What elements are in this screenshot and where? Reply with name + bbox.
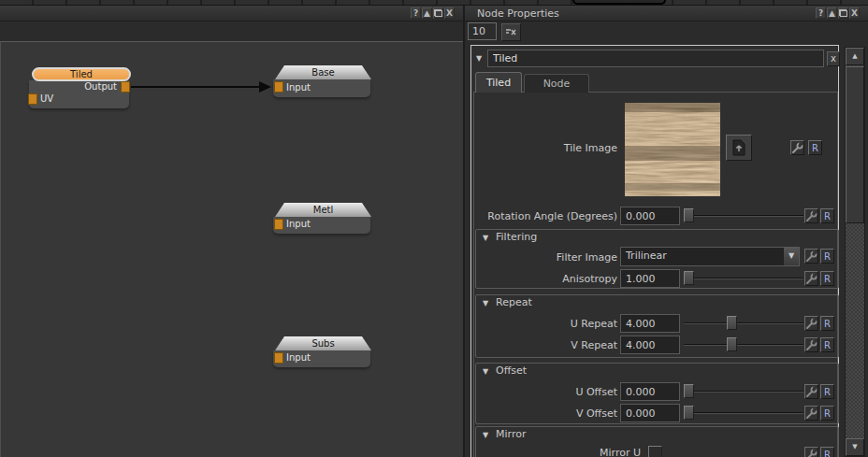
- node-base[interactable]: Input: [273, 79, 370, 97]
- collapse-arrow-icon[interactable]: ▼: [483, 367, 488, 376]
- mirror-section-title: Mirror: [496, 428, 526, 440]
- tile-image-label: Tile Image: [471, 142, 617, 154]
- u-offset-input[interactable]: [620, 382, 680, 401]
- close-icon[interactable]: X: [444, 7, 455, 19]
- filtering-section-title: Filtering: [496, 231, 537, 243]
- u-repeat-reset-button[interactable]: R: [820, 316, 834, 331]
- slider-groove: [684, 322, 803, 324]
- anisotropy-reset-button[interactable]: R: [820, 271, 834, 286]
- v-repeat-label: V Repeat: [471, 339, 617, 351]
- anisotropy-wrench-button[interactable]: [804, 271, 818, 286]
- node-graph-titlebar: ? ▲ X: [0, 6, 463, 21]
- collapse-arrow-icon[interactable]: ▼: [483, 234, 488, 242]
- dropdown-arrow-icon[interactable]: ▼: [783, 248, 799, 265]
- filter-image-dropdown[interactable]: Trilinear ▼: [620, 247, 800, 266]
- slider-groove: [684, 278, 803, 279]
- v-offset-wrench-button[interactable]: [804, 406, 818, 421]
- v-offset-slider[interactable]: [684, 405, 803, 421]
- scroll-down-icon[interactable]: ▼: [846, 438, 864, 456]
- anisotropy-slider[interactable]: [684, 270, 803, 286]
- u-offset-wrench-button[interactable]: [804, 384, 818, 399]
- u-repeat-input[interactable]: [620, 314, 680, 333]
- v-offset-label: V Offset: [471, 407, 617, 420]
- node-tiled[interactable]: Output UV: [29, 80, 129, 108]
- mirror-u-checkbox[interactable]: [648, 446, 662, 457]
- shade-icon[interactable]: ▲: [422, 7, 432, 19]
- clear-history-icon: [505, 27, 517, 37]
- float-window-icon[interactable]: [838, 7, 848, 19]
- panel-title: Node Properties: [477, 7, 559, 20]
- input-port-label: Input: [286, 82, 311, 93]
- u-repeat-wrench-button[interactable]: [804, 316, 818, 331]
- v-repeat-slider[interactable]: [684, 336, 803, 352]
- scrollbar-thumb[interactable]: [846, 66, 864, 223]
- collapse-arrow-icon[interactable]: ▼: [483, 431, 488, 439]
- u-repeat-slider[interactable]: [684, 315, 803, 331]
- tiled-uv-port[interactable]: [28, 93, 37, 105]
- slider-handle[interactable]: [727, 316, 737, 330]
- slider-handle[interactable]: [684, 406, 694, 420]
- wrench-icon: [805, 407, 817, 420]
- v-offset-reset-button[interactable]: R: [820, 406, 834, 421]
- tab-node[interactable]: Node: [524, 74, 589, 93]
- anisotropy-input[interactable]: [620, 269, 680, 288]
- metl-input-port[interactable]: [274, 219, 283, 230]
- mirror-u-reset-button[interactable]: R: [820, 447, 834, 457]
- node-tiled-header[interactable]: Tiled: [32, 67, 131, 81]
- node-graph-canvas[interactable]: Tiled Output UV Base Input Metl Input Su…: [0, 41, 463, 457]
- rotation-angle-slider[interactable]: [684, 207, 803, 223]
- wrench-icon: [805, 449, 817, 457]
- help-icon[interactable]: ?: [816, 7, 826, 19]
- subs-input-port[interactable]: [274, 352, 283, 364]
- import-image-icon: [731, 139, 746, 156]
- v-offset-input[interactable]: [620, 404, 680, 422]
- tiled-output-port[interactable]: [121, 81, 130, 93]
- u-offset-reset-button[interactable]: R: [820, 384, 834, 399]
- slider-handle[interactable]: [684, 384, 694, 398]
- rotation-reset-button[interactable]: R: [820, 208, 834, 223]
- v-repeat-input[interactable]: [620, 336, 680, 354]
- rotation-wrench-button[interactable]: [804, 208, 818, 223]
- node-metl[interactable]: Input: [273, 217, 370, 234]
- tile-image-thumbnail[interactable]: [625, 103, 720, 196]
- rotation-angle-input[interactable]: [620, 207, 680, 225]
- output-port-label: Output: [84, 81, 117, 92]
- slider-handle[interactable]: [684, 208, 694, 222]
- active-top-tab[interactable]: [572, 0, 666, 5]
- u-offset-label: U Offset: [471, 386, 617, 398]
- v-repeat-wrench-button[interactable]: [804, 337, 818, 352]
- node-metl-header[interactable]: Metl: [275, 203, 371, 217]
- tile-image-wrench-button[interactable]: [790, 140, 804, 155]
- slider-handle[interactable]: [684, 271, 694, 285]
- close-icon[interactable]: X: [849, 7, 860, 19]
- panel-divider[interactable]: [463, 6, 465, 457]
- help-icon[interactable]: ?: [411, 7, 421, 19]
- filter-image-reset-button[interactable]: R: [820, 249, 834, 264]
- wrench-icon: [791, 142, 803, 154]
- tile-image-reset-button[interactable]: R: [808, 140, 822, 155]
- shade-icon[interactable]: ▲: [827, 7, 837, 19]
- slider-handle[interactable]: [727, 337, 737, 351]
- float-window-icon[interactable]: [433, 7, 443, 19]
- node-subs-header[interactable]: Subs: [275, 336, 371, 350]
- node-name-field[interactable]: [487, 50, 824, 67]
- connection-wire[interactable]: [131, 86, 260, 88]
- node-base-header[interactable]: Base: [275, 65, 371, 79]
- remove-properties-button[interactable]: x: [827, 51, 840, 66]
- properties-scrollbar[interactable]: ▲ ▼: [845, 47, 865, 457]
- tab-tiled[interactable]: Tiled: [475, 72, 522, 93]
- collapse-arrow-icon[interactable]: ▼: [476, 54, 482, 63]
- filter-image-wrench-button[interactable]: [804, 249, 818, 264]
- history-count-input[interactable]: [468, 22, 497, 40]
- collapse-arrow-icon[interactable]: ▼: [483, 299, 488, 307]
- import-image-button[interactable]: [726, 135, 752, 161]
- u-offset-slider[interactable]: [684, 383, 803, 399]
- v-repeat-reset-button[interactable]: R: [820, 337, 834, 352]
- scroll-up-icon[interactable]: ▲: [846, 48, 864, 65]
- clear-history-button[interactable]: [501, 23, 521, 41]
- node-properties-titlebar: Node Properties ? ▲ X: [465, 6, 868, 21]
- node-subs[interactable]: Input: [273, 350, 370, 367]
- mirror-u-wrench-button[interactable]: [804, 447, 818, 457]
- input-port-label: Input: [286, 219, 311, 229]
- base-input-port[interactable]: [274, 81, 283, 93]
